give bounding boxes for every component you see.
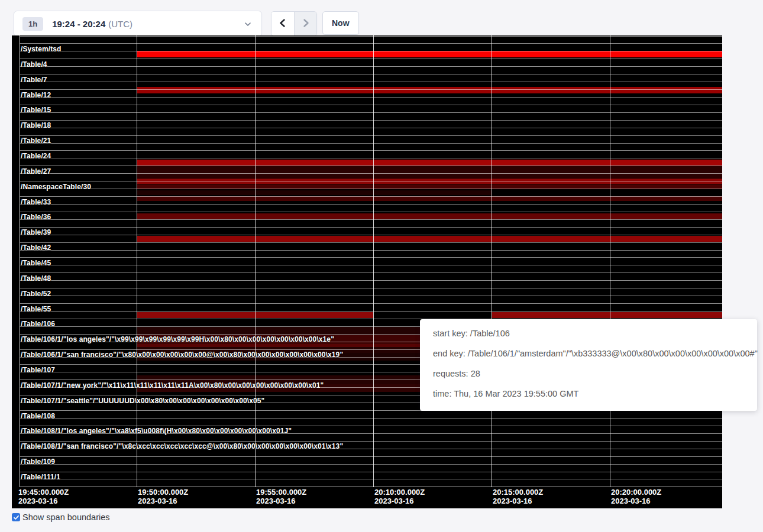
heatmap-band[interactable] — [492, 312, 722, 318]
heatmap-band[interactable] — [137, 87, 722, 93]
x-axis-date-label: 2023-03-16 — [493, 497, 532, 505]
span-boundary-line — [20, 120, 722, 121]
span-boundary-line — [20, 66, 722, 67]
span-boundary-line — [20, 280, 722, 281]
span-boundary-line — [20, 426, 722, 426]
row-label: /Table/45 — [21, 259, 51, 267]
span-boundary-line — [20, 303, 722, 304]
x-axis-date-label: 2023-03-16 — [138, 497, 177, 505]
row-label: /Table/108/1/"los angeles"/"\xa8\xf5\u00… — [21, 427, 292, 435]
row-label: /Table/107/1/"new york"/"\x11\x11\x11\x1… — [21, 381, 324, 390]
row-label: /Table/111/1 — [21, 473, 60, 481]
x-axis-date-label: 2023-03-16 — [611, 497, 651, 505]
row-label: /Table/15 — [21, 106, 51, 114]
heatmap-band[interactable] — [137, 190, 492, 195]
x-axis-date-label: 2023-03-16 — [256, 497, 296, 505]
span-boundary-line — [20, 250, 722, 251]
row-label: /Table/33 — [21, 198, 51, 206]
hover-tooltip: start key: /Table/106 end key: /Table/10… — [420, 319, 757, 411]
checkbox-checked-icon[interactable] — [12, 513, 20, 521]
span-boundary-line — [20, 143, 722, 144]
span-boundary-line — [20, 464, 722, 465]
time-bucket-line — [610, 35, 610, 487]
show-span-boundaries-checkbox[interactable]: Show span boundaries — [12, 512, 110, 522]
tooltip-requests: requests: 28 — [433, 368, 757, 379]
row-label: /Table/36 — [21, 213, 51, 221]
chevron-down-icon — [244, 20, 252, 28]
heatmap-band[interactable] — [137, 236, 722, 242]
tooltip-start-key: start key: /Table/106 — [433, 327, 757, 339]
span-boundary-line — [20, 59, 722, 59]
now-button[interactable]: Now — [322, 11, 359, 35]
x-axis-time-label: 20:20:00.000Z — [611, 488, 661, 497]
row-label: /Table/106/1/"san francisco"/"\x80\x00\x… — [21, 351, 343, 359]
x-axis-time-label: 20:10:00.000Z — [374, 488, 425, 497]
chevron-right-icon — [300, 18, 311, 30]
span-boundary-line — [20, 472, 722, 472]
row-label: /Table/107 — [21, 366, 55, 374]
time-bucket-line — [492, 35, 492, 487]
key-visualizer-heatmap[interactable]: /System/tsd/Table/4/Table/7/Table/12/Tab… — [12, 35, 722, 508]
span-boundary-line — [20, 257, 722, 258]
row-label: /Table/48 — [21, 274, 51, 283]
span-boundary-line — [20, 456, 722, 457]
time-bucket-line — [373, 35, 374, 487]
span-boundary-line — [20, 128, 722, 128]
span-boundary-line — [20, 265, 722, 265]
row-label: /Table/27 — [21, 167, 51, 176]
span-boundary-line — [20, 273, 722, 273]
row-label: /Table/108/1/"san francisco"/"\x8c\xcc\x… — [21, 442, 343, 450]
row-label: /Table/107/1/"seattle"/"UUUUUUD\x00\x80\… — [21, 397, 264, 405]
span-boundary-line — [20, 196, 722, 197]
span-boundary-line — [20, 158, 722, 158]
span-boundary-line — [20, 441, 722, 442]
x-axis-time-label: 19:50:00.000Z — [138, 488, 188, 497]
span-boundary-line — [20, 212, 722, 212]
span-boundary-line — [20, 418, 722, 419]
heatmap-band[interactable] — [137, 160, 722, 166]
span-boundary-line — [20, 479, 722, 479]
x-axis-date-label: 2023-03-16 — [374, 497, 414, 505]
x-axis-time-label: 19:55:00.000Z — [256, 488, 306, 497]
row-label: /Table/39 — [21, 228, 51, 236]
range-timezone: (UTC) — [108, 19, 132, 29]
x-axis-time-label: 19:45:00.000Z — [18, 488, 69, 497]
time-bucket-line — [137, 35, 137, 487]
heatmap-band[interactable] — [137, 196, 722, 201]
next-time-button[interactable] — [294, 12, 316, 35]
tooltip-end-key: end key: /Table/106/1/"amsterdam"/"\xb33… — [433, 348, 757, 359]
span-boundary-line — [20, 166, 722, 166]
time-range-selector[interactable]: 1h 19:24 - 20:24 (UTC) — [14, 11, 262, 37]
row-label: /NamespaceTable/30 — [21, 183, 91, 191]
range-label: 19:24 - 20:24 — [52, 19, 105, 29]
checkbox-label: Show span boundaries — [22, 512, 110, 522]
row-label: /Table/42 — [21, 244, 51, 252]
time-bucket-line — [20, 35, 20, 487]
time-bucket-line — [255, 35, 256, 487]
span-boundary-line — [20, 89, 722, 90]
span-boundary-line — [20, 204, 722, 205]
row-label: /Table/7 — [21, 76, 47, 84]
span-boundary-line — [20, 242, 722, 243]
heatmap-band[interactable] — [137, 166, 722, 178]
row-label: /Table/106/1/"los angeles"/"\x99\x99\x99… — [21, 335, 334, 343]
prev-time-button[interactable] — [271, 12, 294, 35]
span-boundary-line — [20, 36, 722, 37]
span-boundary-line — [20, 82, 722, 82]
span-boundary-line — [20, 135, 722, 136]
heatmap-band[interactable] — [137, 51, 722, 57]
x-axis-date-label: 2023-03-16 — [18, 497, 58, 505]
x-axis-time-label: 20:15:00.000Z — [493, 488, 543, 497]
chevron-left-icon — [277, 18, 288, 30]
row-label: /Table/24 — [21, 152, 51, 160]
row-label: /Table/108 — [21, 412, 55, 420]
span-boundary-line — [20, 43, 722, 44]
row-label: /System/tsd — [21, 45, 61, 53]
row-label: /Table/106 — [21, 320, 55, 328]
span-boundary-line — [20, 74, 722, 74]
toolbar: 1h 19:24 - 20:24 (UTC) Now — [0, 0, 763, 35]
time-nav-group — [271, 11, 317, 36]
heatmap-band[interactable] — [137, 213, 722, 219]
row-label: /Table/4 — [21, 60, 47, 69]
tooltip-time: time: Thu, 16 Mar 2023 19:55:00 GMT — [433, 388, 757, 400]
